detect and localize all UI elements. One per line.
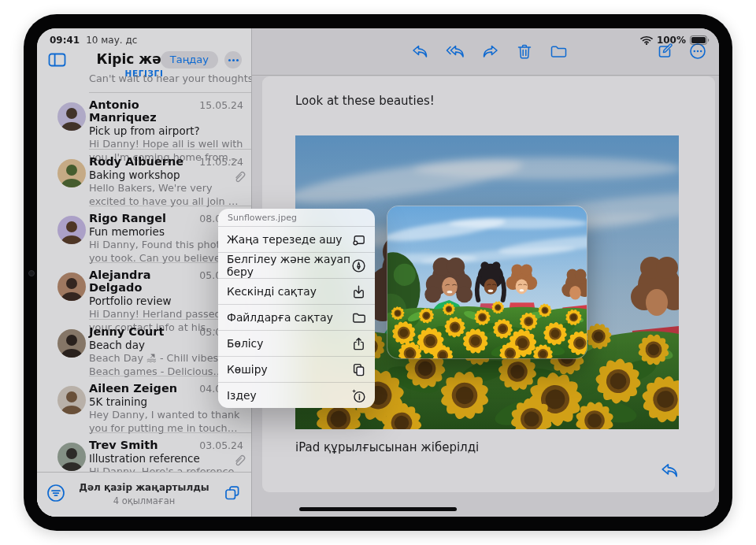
status-bar: 09:41 10 мау. дс 100%: [37, 33, 719, 49]
battery-icon: [690, 35, 710, 45]
email-subject: Baking workshop: [89, 169, 243, 181]
menu-item-open-new-window[interactable]: Жаңа терезеде ашу: [218, 227, 375, 252]
mailbox-footer: Дәл қазір жаңартылды 4 оқылмаған: [37, 472, 251, 517]
message-body: Look at these beauties!: [295, 94, 435, 108]
menu-item-save-to-files[interactable]: Файлдарға сақтау: [218, 304, 375, 330]
avatar: [57, 159, 86, 187]
menu-item-label: Жаңа терезеде ашу: [227, 233, 343, 246]
avatar: [57, 216, 86, 244]
menu-item-save-image[interactable]: Кескінді сақтау: [218, 278, 375, 304]
home-indicator[interactable]: [299, 507, 457, 511]
ipad-device: 09:41 10 мау. дс 100%: [24, 14, 732, 531]
email-sender: Antonio Manriquez: [89, 98, 199, 124]
status-time: 09:41: [50, 35, 80, 46]
wifi-icon: [640, 35, 653, 45]
avatar: [57, 329, 86, 358]
markup-reply-icon: [351, 258, 366, 273]
select-button[interactable]: Таңдау: [161, 51, 218, 69]
email-row[interactable]: Antonio Manriquez15.05.24 Pick up from a…: [89, 93, 251, 150]
paperclip-icon: [234, 454, 244, 466]
overlapping-squares-icon[interactable]: [223, 484, 242, 502]
message-signature: iPad құрылғысынан жіберілді: [295, 440, 479, 454]
email-subject: Pick up from airport?: [89, 124, 243, 137]
reply-icon[interactable]: [660, 461, 679, 480]
screen: 09:41 10 мау. дс 100%: [37, 28, 719, 517]
context-menu-title: Sunflowers.jpeg: [218, 209, 375, 227]
email-subject: Illustration reference: [89, 452, 243, 465]
email-row[interactable]: Rody Albuerne11.05.24 Baking workshop He…: [89, 150, 251, 206]
menu-item-label: Іздеу: [227, 389, 257, 402]
email-sender: Aileen Zeigen: [89, 382, 177, 395]
save-image-icon: [351, 284, 366, 299]
menu-item-label: Көшіру: [227, 363, 268, 376]
battery-percent: 100%: [657, 35, 686, 46]
avatar: [57, 272, 86, 301]
email-sender: Rody Albuerne: [89, 155, 183, 168]
menu-item-label: Файлдарға сақтау: [227, 311, 333, 324]
context-menu: Sunflowers.jpeg Жаңа терезеде ашу Белгіл…: [218, 209, 375, 408]
email-date: 15.05.24: [199, 99, 243, 111]
email-preview: Hello Bakers, We're very excited to have…: [89, 182, 243, 208]
open-in-new-window-icon: [351, 232, 366, 247]
mailbox-more-button[interactable]: [224, 51, 242, 69]
email-sender: Jenny Court: [89, 325, 164, 338]
menu-item-label: Кескінді сақтау: [227, 285, 317, 298]
front-camera: [28, 270, 35, 276]
avatar: [57, 386, 86, 414]
avatar: [57, 443, 86, 471]
email-sender: Trev Smith: [89, 439, 158, 451]
email-row-partial[interactable]: Can't wait to hear your thoughts on...: [89, 72, 251, 93]
paperclip-icon: [234, 171, 244, 183]
menu-item-label: Белгілеу және жауап беру: [227, 253, 351, 278]
email-sender: Alejandra Delgado: [89, 269, 199, 294]
menu-item-look-up[interactable]: Іздеу: [218, 382, 375, 408]
image-drag-preview[interactable]: [387, 206, 587, 358]
menu-item-label: Бөлісу: [227, 337, 263, 350]
share-icon: [351, 336, 366, 351]
avatar: [57, 102, 86, 131]
look-up-icon: [351, 388, 366, 403]
copy-icon: [351, 362, 366, 377]
save-to-files-icon: [351, 310, 366, 325]
email-sender: Rigo Rangel: [89, 212, 166, 224]
email-row[interactable]: Trev Smith03.05.24 Illustration referenc…: [89, 433, 251, 473]
email-preview: Hey Danny, I wanted to thank you for put…: [89, 409, 243, 435]
unread-count: 4 оқылмаған: [37, 495, 251, 506]
email-date: 03.05.24: [199, 439, 243, 451]
menu-item-share[interactable]: Бөлісу: [218, 330, 375, 356]
email-date: 11.05.24: [199, 156, 243, 168]
updated-status: Дәл қазір жаңартылды: [37, 482, 251, 493]
mailbox-title: Кіріс жәшігі: [37, 51, 251, 67]
menu-item-markup-reply[interactable]: Белгілеу және жауап беру: [218, 252, 375, 278]
status-date: 10 мау. дс: [86, 35, 137, 46]
menu-item-copy[interactable]: Көшіру: [218, 356, 375, 382]
